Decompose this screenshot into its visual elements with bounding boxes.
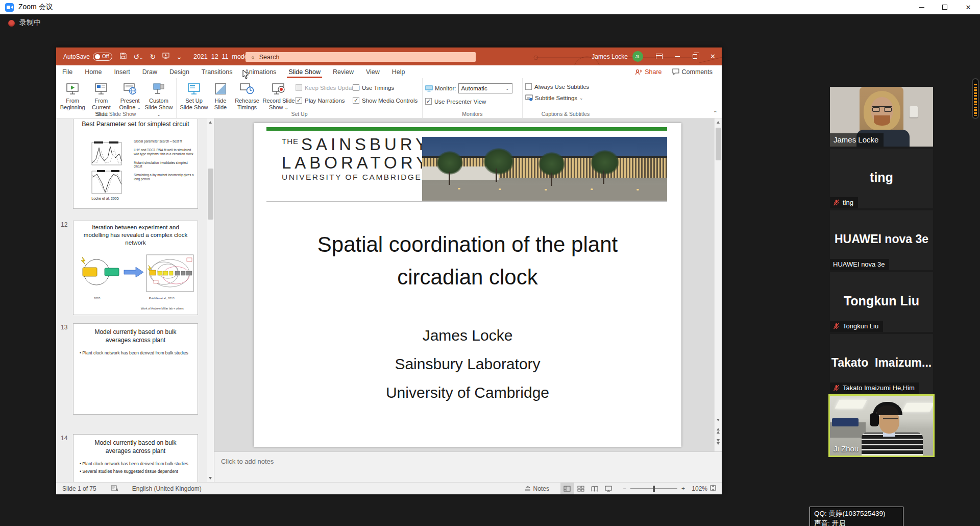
tab-insert[interactable]: Insert [108,65,136,78]
current-slide-canvas[interactable]: THE SAINSBURY LABORATORY UNIVERSITY OF C… [254,123,681,447]
autosave-state: Off [102,54,109,59]
collapse-ribbon-button[interactable]: ⌃ [713,110,718,116]
scrollbar-thumb[interactable] [716,128,721,160]
chevron-down-icon: ⌄ [176,53,182,61]
notes-toggle-button[interactable]: Notes [524,485,549,492]
tab-view[interactable]: View [360,65,386,78]
search-input[interactable]: ⌕ Search [246,52,476,62]
participant-name-label: Ji Zhou [834,444,859,453]
participant-tile-ting[interactable]: ting ting [830,149,933,208]
tab-help[interactable]: Help [386,65,411,78]
accessibility-checker-button[interactable] [111,485,119,493]
participant-tile-tongkun-liu[interactable]: Tongkun Liu Tongkun Liu [830,272,933,332]
ppt-minimize-button[interactable] [668,47,686,65]
thumbnail-slide-11[interactable]: Best Parameter set for simplest circuit … [73,119,198,209]
recording-indicator: 录制中 [8,18,41,28]
zoom-out-button[interactable]: − [623,485,626,492]
reading-view-button[interactable] [588,483,602,494]
fit-slide-to-window-button[interactable] [709,485,717,493]
qq-status-overlay: QQ: 黄婷(1037525439) 声音: 开启 [810,507,903,526]
share-button[interactable]: Share [635,68,662,76]
participant-tile-huawei-nova-3e[interactable]: HUAWEI nova 3e HUAWEI nova 3e [830,210,933,270]
monitor-label: Monitor: [435,85,456,91]
thumbnail-slide-13[interactable]: Model currently based on bulk averages a… [73,323,198,415]
subtitle-settings-button[interactable]: Subtitle Settings ⌄ [525,94,589,101]
slide-show-view-button[interactable] [602,483,616,494]
ppt-close-button[interactable]: ✕ [704,47,722,65]
share-label: Share [645,68,662,76]
qq-account-line: QQ: 黄婷(1037525439) [814,509,899,518]
thumbnail-number-14: 14 [61,435,67,442]
slide-sorter-view-button[interactable] [574,483,588,494]
save-button[interactable] [120,53,127,60]
slide-thumbnail-panel: Best Parameter set for simplest circuit … [56,118,214,482]
thumb11-caption: Locke et al. 2005 [85,197,126,200]
tab-review[interactable]: Review [327,65,360,78]
logo-laboratory: LABORATORY [282,154,431,172]
slide-scrollbar[interactable] [714,118,722,451]
participant-tile-james-locke[interactable]: James Locke [830,87,933,147]
participant-name-label: James Locke [830,133,884,147]
present-online-button[interactable]: Present Online ⌄ [116,80,144,111]
use-timings-label: Use Timings [362,85,394,91]
zoom-slider[interactable] [630,488,677,489]
thumbnail-scrollbar[interactable] [207,118,214,482]
zoom-slider-thumb[interactable] [653,486,655,492]
show-media-controls-checkbox[interactable]: ✓ Show Media Controls [353,97,418,104]
always-use-subtitles-checkbox[interactable]: Always Use Subtitles [525,83,589,90]
ribbon-display-options-button[interactable] [650,47,668,65]
rehearse-timings-button[interactable]: Rehearse Timings [232,80,262,111]
autosave-toggle[interactable]: AutoSave Off [63,53,112,61]
account-name[interactable]: James Locke [592,53,628,60]
zoom-close-button[interactable]: ✕ [957,0,980,14]
undo-icon: ↺ [133,53,139,61]
ppt-restore-button[interactable] [686,47,704,65]
record-slide-show-button[interactable]: Record Slide Show ⌄ [262,80,296,111]
language-indicator[interactable]: English (United Kingdom) [132,485,202,492]
normal-view-button[interactable] [560,483,574,494]
custom-slide-show-icon [152,81,166,97]
tab-slide-show[interactable]: Slide Show [282,65,327,78]
tab-file[interactable]: File [56,65,79,78]
zoom-percentage[interactable]: 102% [690,485,707,492]
autosave-pill: Off [93,53,112,61]
use-timings-checkbox[interactable]: Use Timings [353,84,418,91]
tab-draw[interactable]: Draw [136,65,163,78]
from-beginning-button[interactable]: From Beginning [59,80,86,111]
comments-button[interactable]: Comments [672,68,713,76]
play-narrations-checkbox[interactable]: ✓ Play Narrations [296,97,353,104]
slide-green-bar [266,127,667,131]
thumbnail-slide-14[interactable]: Model currently based on bulk averages a… [73,434,198,482]
notes-pane[interactable]: Click to add notes [214,451,722,482]
previous-slide-icon [717,431,720,434]
participant-tile-ji-zhou[interactable]: Ji Zhou [830,396,933,456]
participant-name-label: Takato Imaizumi He,Him [830,382,919,394]
subtitle-settings-label: Subtitle Settings [535,95,577,101]
tab-home[interactable]: Home [79,65,108,78]
thumb11-bullets: Global parameter search – best fit LHY a… [134,139,194,186]
comments-label: Comments [682,68,713,76]
set-up-slide-show-button[interactable]: Set Up Slide Show [179,80,209,111]
monitor-dropdown[interactable]: Automatic ⌄ [458,83,512,93]
avatar[interactable]: JL [632,51,643,62]
scrollbar-thumb[interactable] [208,169,213,220]
next-slide-button[interactable] [717,439,720,442]
previous-slide-button[interactable] [717,428,720,431]
thumb11-title: Best Parameter set for simplest circuit [74,119,198,128]
thumbnail-slide-12[interactable]: Iteration between experiment and modelli… [73,221,198,315]
powerpoint-window: AutoSave Off ↺⌄ ↻ ⌄ 2021_12_11_model_tal… [56,47,722,494]
undo-button[interactable]: ↺⌄ [133,53,143,60]
zoom-maximize-button[interactable] [933,0,957,14]
slide-counter[interactable]: Slide 1 of 75 [62,485,96,492]
zoom-minimize-button[interactable] [910,0,933,14]
tab-design[interactable]: Design [163,65,195,78]
customize-qat-button[interactable]: ⌄ [176,53,182,60]
zoom-in-button[interactable]: + [681,485,685,492]
thumb12-year: 2005 [94,297,100,300]
use-presenter-view-checkbox[interactable]: ✓ Use Presenter View [425,98,512,105]
start-slideshow-button[interactable] [162,53,169,60]
tab-transitions[interactable]: Transitions [195,65,239,78]
redo-button[interactable]: ↻ [150,53,156,60]
participant-tile-takato-imaizumi[interactable]: Takato Imaizum... Takato Imaizumi He,Him [830,334,933,394]
hide-slide-button[interactable]: Hide Slide [209,80,232,111]
